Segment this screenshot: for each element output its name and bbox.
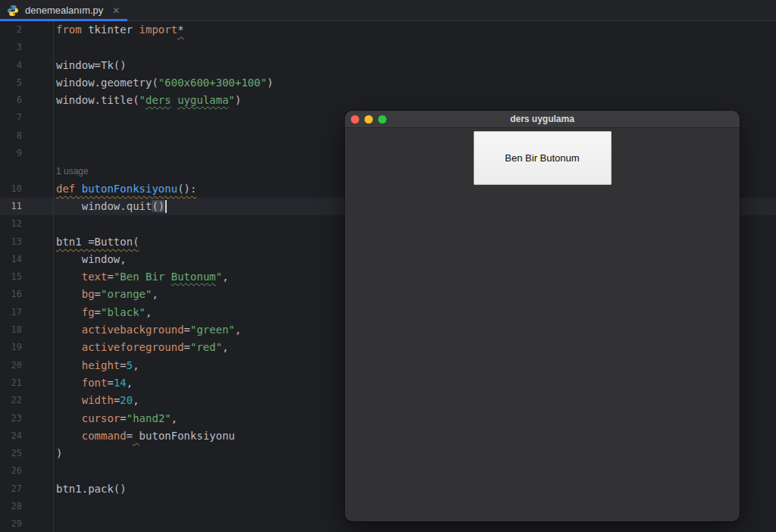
line-number: 15 [0, 268, 54, 286]
line-number: 7 [0, 109, 54, 127]
line-number: 3 [0, 39, 54, 56]
line-number: 16 [0, 286, 54, 303]
line-number: 12 [0, 215, 54, 233]
code-line-content: command= butonFonksiyonu [54, 427, 235, 445]
code-line-content: window, [54, 251, 127, 268]
tkinter-app-window: ders uygulama Ben Bir Butonum [345, 111, 740, 521]
code-line-content: window.quit() [54, 198, 167, 215]
code-line-content: activeforeground="red", [54, 339, 229, 356]
code-line-content: height=5, [54, 357, 139, 374]
code-line-content: from tkinter import* [54, 21, 184, 39]
code-line-content: btn1.pack() [54, 480, 127, 498]
text-caret [165, 200, 167, 213]
line-number: 23 [0, 410, 54, 427]
line-number: 29 [0, 515, 54, 532]
line-number: 10 [0, 180, 54, 198]
line-number: 18 [0, 321, 54, 339]
code-line[interactable]: 4window=Tk() [0, 57, 776, 74]
code-line-content: window.geometry("600x600+300+100") [54, 74, 274, 92]
close-traffic-light-icon[interactable] [351, 115, 359, 124]
line-number: 22 [0, 392, 54, 409]
code-line-content: window.title("ders uygulama") [54, 92, 241, 109]
code-line-content: bg="orange", [54, 286, 158, 303]
code-line-content: 1 usage [54, 162, 89, 180]
zoom-traffic-light-icon[interactable] [378, 115, 386, 124]
line-number: 9 [0, 145, 54, 162]
code-line-content: activebackground="green", [54, 321, 241, 339]
line-number: 28 [0, 498, 54, 515]
line-number: 13 [0, 233, 54, 251]
code-line-content: fg="black", [54, 304, 152, 321]
app-title-bar[interactable]: ders uygulama [345, 111, 740, 128]
editor-tab-bar: denemealanım.py ✕ [0, 0, 776, 21]
code-line-content: font=14, [54, 374, 133, 392]
line-number: 4 [0, 57, 54, 74]
line-number: 14 [0, 251, 54, 268]
code-line-content: btn1 =Button( [54, 233, 139, 251]
line-number: 27 [0, 480, 54, 498]
line-number: 6 [0, 92, 54, 109]
line-number: 8 [0, 127, 54, 145]
code-line-content: width=20, [54, 392, 139, 409]
code-line-content: text="Ben Bir Butonum", [54, 268, 229, 286]
line-number: 5 [0, 74, 54, 92]
line-number: 26 [0, 462, 54, 480]
line-number: 25 [0, 445, 54, 462]
line-number: 17 [0, 304, 54, 321]
tab-close-icon[interactable]: ✕ [112, 5, 120, 16]
app-window-content: Ben Bir Butonum [345, 128, 740, 521]
code-line[interactable]: 5window.geometry("600x600+300+100") [0, 74, 776, 92]
line-number: 11 [0, 198, 54, 215]
tab-label: denemealanım.py [25, 5, 103, 16]
line-number: 2 [0, 21, 54, 39]
line-number: 21 [0, 374, 54, 392]
code-line-content: def butonFonksiyonu(): [54, 180, 196, 198]
minimize-traffic-light-icon[interactable] [365, 115, 373, 124]
code-line[interactable]: 3 [0, 39, 776, 56]
code-line[interactable]: 6window.title("ders uygulama") [0, 92, 776, 109]
line-number: 20 [0, 357, 54, 374]
line-number [0, 162, 54, 180]
tab-denemealanim-py[interactable]: denemealanım.py ✕ [0, 0, 127, 20]
code-line[interactable]: 2from tkinter import* [0, 21, 776, 39]
tk-button[interactable]: Ben Bir Butonum [474, 131, 612, 185]
python-file-icon [7, 5, 19, 17]
line-number: 19 [0, 339, 54, 356]
code-line-content: cursor="hand2", [54, 410, 177, 427]
code-line-content: ) [54, 445, 62, 462]
line-number: 24 [0, 427, 54, 445]
traffic-lights [351, 111, 386, 127]
code-line-content: window=Tk() [54, 57, 127, 74]
app-window-title: ders uygulama [510, 114, 574, 124]
